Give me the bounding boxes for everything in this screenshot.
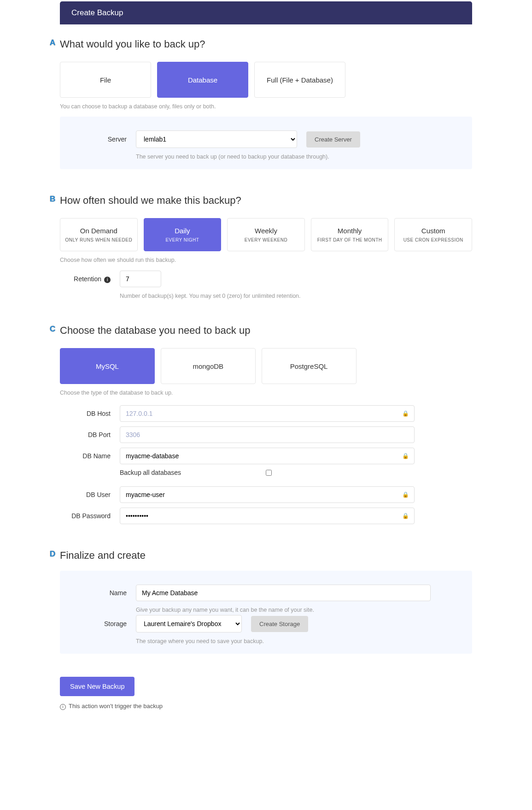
section-a-title: What would you like to back up? [60,38,472,50]
db-mongodb[interactable]: mongoDB [161,348,256,384]
marker-b: B [50,195,55,204]
db-pass-input[interactable] [120,508,415,524]
retention-hint: Number of backup(s) kept. You may set 0 … [120,293,472,299]
create-storage-button[interactable]: Create Storage [251,616,308,632]
backup-type-hint: You can choose to backup a database only… [60,103,472,110]
info-icon[interactable]: i [104,277,111,283]
name-hint: Give your backup any name you want, it c… [136,607,456,613]
frequency-hint: Choose how often we should run this back… [60,257,472,263]
save-backup-button[interactable]: Save New Backup [60,677,134,696]
section-b-title: How often should we make this backup? [60,195,472,207]
marker-c: C [50,325,55,334]
db-type-hint: Choose the type of the database to back … [60,390,472,396]
db-mysql[interactable]: MySQL [60,348,155,384]
backup-name-input[interactable] [136,585,431,601]
save-note: iThis action won't trigger the backup [60,703,472,710]
retention-input[interactable] [120,271,161,287]
db-host-input[interactable] [120,405,415,422]
info-icon: i [60,704,66,710]
backup-type-full[interactable]: Full (File + Database) [254,62,345,98]
lock-icon: 🔒 [402,513,409,519]
retention-label: Retentioni [60,275,120,283]
db-name-label: DB Name [60,452,120,460]
marker-a: A [50,38,55,47]
backup-type-database[interactable]: Database [157,62,248,98]
backup-type-file[interactable]: File [60,62,151,98]
storage-select[interactable]: Laurent Lemaire's Dropbox [136,615,242,633]
db-host-label: DB Host [60,410,120,417]
db-port-label: DB Port [60,431,120,438]
create-server-button[interactable]: Create Server [306,131,360,148]
lock-icon: 🔒 [402,491,409,498]
db-pass-label: DB Password [60,512,120,520]
storage-hint: The storage where you need to save your … [136,638,456,644]
server-label: Server [76,136,136,143]
db-postgresql[interactable]: PostgreSQL [262,348,357,384]
freq-custom[interactable]: CustomUse cron expression [394,218,472,251]
marker-d: D [50,550,55,559]
section-d-title: Finalize and create [60,550,472,562]
storage-label: Storage [76,620,136,627]
db-name-input[interactable] [120,448,415,464]
section-database: C Choose the database you need to back u… [60,325,472,524]
server-hint: The server you need to back up (or need … [136,154,456,160]
lock-icon: 🔒 [402,410,409,417]
backup-all-label: Backup all databases [120,469,181,476]
lock-icon: 🔒 [402,453,409,459]
freq-weekly[interactable]: WeeklyEvery weekend [227,218,305,251]
freq-ondemand[interactable]: On DemandOnly runs when needed [60,218,138,251]
section-finalize: D Finalize and create Name Give your bac… [60,550,472,654]
backup-all-checkbox[interactable] [266,470,272,476]
freq-monthly[interactable]: MonthlyFirst day of the month [311,218,389,251]
page-title: Create Backup [60,1,472,24]
db-user-label: DB User [60,491,120,498]
db-user-input[interactable] [120,486,415,503]
db-port-input[interactable] [120,426,415,443]
section-frequency: B How often should we make this backup? … [60,195,472,299]
server-select[interactable]: lemlab1 [136,130,297,148]
section-c-title: Choose the database you need to back up [60,325,472,337]
section-backup-type: A What would you like to back up? File D… [60,38,472,169]
name-label: Name [76,589,136,597]
freq-daily[interactable]: DailyEvery night [144,218,222,251]
